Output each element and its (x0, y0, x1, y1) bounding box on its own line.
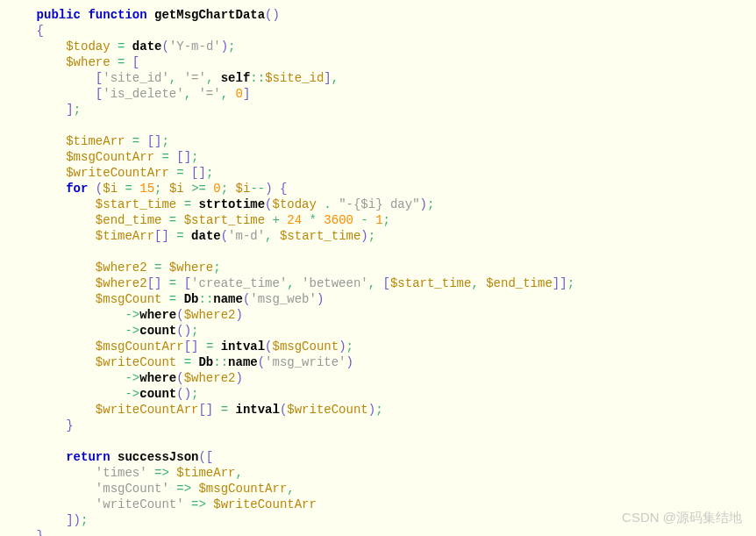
fn: count (139, 324, 176, 338)
var: $start_time (184, 213, 265, 227)
function-name: getMsgChartData (154, 8, 265, 22)
str: '=' (184, 71, 206, 85)
var: $start_time (390, 276, 471, 290)
var: $where2 (184, 371, 236, 385)
str: 'site_id' (103, 71, 169, 85)
fn: strtotime (198, 197, 265, 211)
var: $msgCount (96, 292, 162, 306)
str: "-{$i} day" (339, 197, 419, 211)
var: $writeCount (96, 355, 176, 369)
var: $timeArr (66, 134, 125, 148)
var: $start_time (280, 229, 360, 243)
code-block: public function getMsgChartData() { $tod… (0, 7, 756, 536)
keyword-return: return (66, 450, 110, 464)
var: $where2 (96, 261, 147, 275)
str: 'msgCount' (96, 482, 169, 496)
var: $where2 (184, 308, 236, 322)
var: $timeArr (96, 229, 154, 243)
str: 'create_time' (191, 276, 287, 290)
num: 15 (139, 182, 154, 196)
var: $writeCountArr (96, 403, 199, 417)
fn: intval (221, 339, 265, 354)
cls: Db (184, 292, 199, 306)
keyword-public: public (37, 8, 81, 22)
str: 'msg_write' (265, 355, 346, 369)
str: 'msg_web' (250, 292, 317, 306)
var: $where2 (96, 276, 147, 290)
var: $writeCountArr (213, 497, 317, 511)
str: 'between' (302, 276, 368, 290)
var: $msgCountArr (198, 482, 287, 496)
fn: name (228, 355, 258, 369)
str: 'm-d' (228, 229, 265, 243)
fn: name (213, 292, 243, 306)
fn: date (191, 229, 221, 243)
var: $msgCountArr (66, 150, 154, 164)
num: 24 (287, 213, 302, 227)
var-i: $i (236, 182, 251, 196)
fn: intval (235, 403, 279, 417)
var-i: $i (169, 182, 184, 196)
var: $where (169, 261, 213, 275)
fn: successJson (118, 450, 198, 464)
var: $msgCount (273, 339, 339, 354)
fn: where (139, 371, 176, 385)
str: '=' (198, 87, 220, 101)
fn-date: date (132, 39, 162, 54)
str: 'times' (96, 466, 147, 480)
str: 'is_delete' (103, 87, 183, 101)
num: 1 (375, 213, 382, 227)
var: $writeCountArr (66, 166, 169, 180)
var: $writeCount (287, 403, 367, 417)
var: $end_time (96, 213, 162, 227)
var: $today (273, 197, 317, 211)
var-i: $i (103, 182, 118, 196)
var: $msgCountArr (96, 339, 184, 354)
self-kw: self (221, 71, 251, 85)
var: $end_time (486, 276, 553, 290)
fn: count (139, 387, 176, 401)
prop: $site_id (265, 71, 324, 85)
str: 'Y-m-d' (169, 39, 221, 54)
str: 'writeCount' (96, 497, 184, 511)
num: 3600 (324, 213, 353, 227)
var: $timeArr (176, 466, 235, 480)
cls: Db (198, 355, 213, 369)
keyword-for: for (66, 182, 88, 196)
var-today: $today (66, 39, 110, 54)
fn: where (139, 308, 176, 322)
num: 0 (213, 182, 220, 196)
var-where: $where (66, 55, 110, 69)
num: 0 (236, 87, 243, 101)
keyword-function: function (88, 8, 146, 22)
var: $start_time (96, 197, 176, 211)
